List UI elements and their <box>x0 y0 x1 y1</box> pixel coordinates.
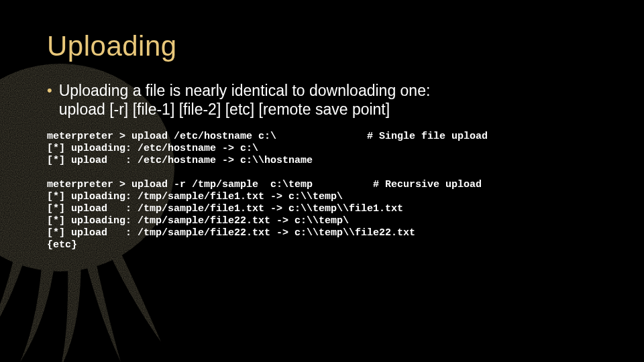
slide-title: Uploading <box>47 30 624 62</box>
bullet-item: • Uploading a file is nearly identical t… <box>47 81 624 119</box>
content-area: Uploading • Uploading a file is nearly i… <box>47 30 624 263</box>
bullet-line-2: upload [-r] [file-1] [file-2] [etc] [rem… <box>59 101 390 118</box>
bullet-line-1: Uploading a file is nearly identical to … <box>59 82 431 99</box>
bullet-marker-icon: • <box>47 81 52 100</box>
bullet-text: Uploading a file is nearly identical to … <box>59 81 431 119</box>
slide: Uploading • Uploading a file is nearly i… <box>0 0 644 362</box>
svg-point-1 <box>0 131 49 171</box>
code-block-single-upload: meterpreter > upload /etc/hostname c:\ #… <box>47 131 624 167</box>
code-block-recursive-upload: meterpreter > upload -r /tmp/sample c:\t… <box>47 179 624 251</box>
